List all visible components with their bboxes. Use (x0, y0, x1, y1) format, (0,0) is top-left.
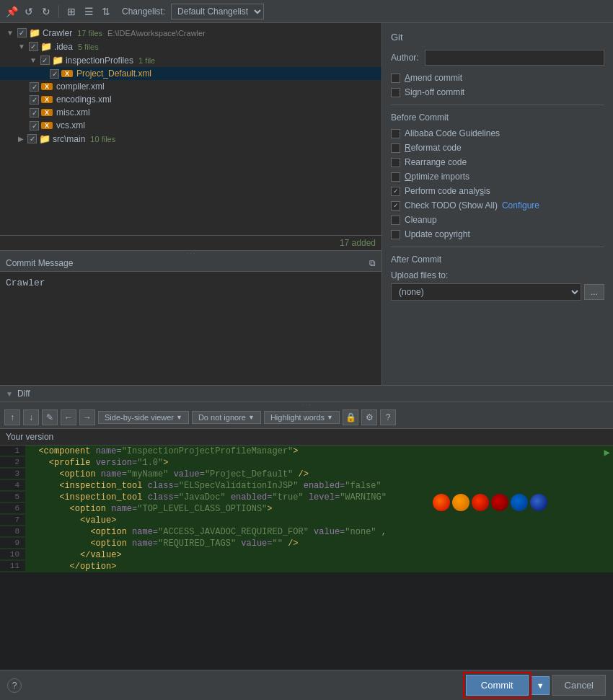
changelist-select[interactable]: Default Changelist (171, 4, 264, 19)
chevron-down-icon: ▼ (176, 414, 182, 421)
git-title: Git (391, 32, 604, 43)
folder-icon: 📁 (40, 41, 52, 52)
browser-icons-overlay (433, 494, 547, 511)
code-area[interactable]: Your version 1 <component name="Inspecti… (0, 429, 613, 670)
highlight-label: Highlight words (270, 413, 325, 422)
cleanup-checkbox[interactable] (391, 216, 400, 225)
diff-header: ▼ Diff (0, 386, 613, 402)
collapse-icon[interactable]: ⇅ (99, 4, 113, 19)
settings-icon[interactable]: ⚙ (361, 409, 377, 425)
item-count: 10 files (90, 135, 115, 143)
scroll-up-icon[interactable]: ↑ (4, 409, 20, 425)
copy-icon[interactable]: ⧉ (369, 258, 376, 268)
list-item[interactable]: ▶ 📁 src\main 10 files (0, 132, 382, 146)
browse-button[interactable]: ... (584, 284, 604, 300)
expand-arrow[interactable]: ▶ (18, 135, 24, 143)
line-number: 11 (0, 561, 25, 571)
refresh-icon[interactable]: ↻ (39, 4, 53, 19)
copyright-row[interactable]: Update copyright (391, 229, 604, 239)
help-icon[interactable]: ? (380, 409, 396, 425)
expand-arrow[interactable]: ▼ (6, 29, 14, 37)
list-item[interactable]: X encodings.xml (0, 93, 382, 106)
checkbox-compiler[interactable] (30, 82, 39, 92)
cleanup-row[interactable]: Cleanup (391, 215, 604, 225)
configure-link[interactable]: Configure (502, 200, 539, 211)
author-input[interactable] (425, 50, 604, 66)
chevron-down-icon: ▼ (327, 414, 333, 421)
back-icon[interactable]: ← (61, 409, 76, 425)
todo-checkbox[interactable] (391, 201, 400, 211)
optimize-checkbox[interactable] (391, 172, 400, 182)
commit-dropdown-button[interactable]: ▼ (532, 676, 550, 695)
line-content: </option> (25, 561, 613, 572)
alibaba-row[interactable]: Alibaba Code Guidelines (391, 128, 604, 138)
code-analysis-row[interactable]: Perform code analysis (391, 186, 604, 196)
list-item[interactable]: ▼ 📁 Crawler 17 files E:\IDEA\workspace\C… (0, 26, 382, 40)
list-item[interactable]: ▼ 📁 .idea 5 files (0, 40, 382, 53)
nav-arrow: ▶ (604, 446, 610, 458)
rearrange-checkbox[interactable] (391, 158, 400, 167)
changelist-label: Changelist: (122, 6, 165, 17)
list-item[interactable]: X compiler.xml (0, 80, 382, 93)
viewer-btn[interactable]: Side-by-side viewer ▼ (98, 411, 189, 424)
checkbox-srcmain[interactable] (27, 134, 37, 143)
checkbox-crawler[interactable] (17, 28, 27, 37)
edit-icon[interactable]: ✎ (42, 409, 58, 425)
rearrange-label: Rearrange code (405, 157, 467, 167)
list-item[interactable]: ▼ 📁 inspectionProfiles 1 file (0, 53, 382, 67)
commit-button[interactable]: Commit (466, 675, 529, 696)
item-count: 1 file (138, 56, 155, 65)
expand-arrow[interactable]: ▼ (30, 56, 37, 64)
checkbox-misc[interactable] (30, 108, 39, 118)
forward-icon[interactable]: → (79, 409, 95, 425)
code-analysis-label: Perform code analysis (405, 186, 490, 196)
signoff-commit-row[interactable]: Sign-off commit (391, 87, 604, 97)
reformat-checkbox[interactable] (391, 143, 400, 153)
copyright-checkbox[interactable] (391, 230, 400, 239)
amend-checkbox[interactable] (391, 74, 400, 83)
help-button[interactable]: ? (7, 678, 22, 693)
undo-icon[interactable]: ↺ (22, 4, 36, 19)
checkbox-idea[interactable] (29, 42, 38, 51)
alibaba-checkbox[interactable] (391, 129, 400, 138)
line-number: 5 (0, 492, 25, 502)
reformat-row[interactable]: Reformat code (391, 143, 604, 153)
amend-commit-row[interactable]: Amend commit (391, 73, 604, 83)
file-tree: ▼ 📁 Crawler 17 files E:\IDEA\workspace\C… (0, 23, 382, 236)
xml-badge: X (41, 96, 53, 103)
list-item[interactable]: X Project_Default.xml (0, 67, 382, 80)
divider-1 (391, 105, 604, 105)
todo-row[interactable]: Check TODO (Show All) Configure (391, 200, 604, 211)
diff-toolbar: ↑ ↓ ✎ ← → Side-by-side viewer ▼ Do not i… (0, 407, 613, 429)
optimize-row[interactable]: Optimize imports (391, 172, 604, 182)
checkbox-encodings[interactable] (30, 95, 39, 105)
diff-expand-arrow[interactable]: ▼ (6, 390, 13, 398)
cancel-button[interactable]: Cancel (552, 675, 606, 696)
separator-1 (58, 5, 59, 18)
checkbox-project-default[interactable] (50, 69, 59, 79)
pin-icon[interactable]: 📌 (4, 4, 19, 19)
group-icon[interactable]: ⊞ (64, 4, 79, 19)
list-item[interactable]: X vcs.xml (0, 119, 382, 132)
checkbox-vcs[interactable] (30, 121, 39, 130)
code-analysis-checkbox[interactable] (391, 187, 400, 196)
xml-badge: X (41, 83, 53, 90)
expand-arrow[interactable]: ▼ (18, 43, 25, 50)
ie-icon (511, 494, 528, 511)
alibaba-label: Alibaba Code Guidelines (405, 128, 500, 138)
expand-icon[interactable]: ☰ (81, 4, 96, 19)
highlight-btn[interactable]: Highlight words ▼ (264, 411, 340, 424)
viewer-label: Side-by-side viewer (105, 413, 174, 422)
signoff-checkbox[interactable] (391, 88, 400, 97)
scroll-down-icon[interactable]: ↓ (23, 409, 39, 425)
commit-message-input[interactable]: Crawler (0, 272, 382, 385)
upload-select[interactable]: (none) (391, 283, 581, 301)
diff-section: ▼ Diff · · · ↑ ↓ ✎ ← → Side-by-side view… (0, 385, 613, 670)
lock-icon[interactable]: 🔒 (343, 409, 358, 425)
item-name: misc.xml (56, 107, 90, 118)
rearrange-row[interactable]: Rearrange code (391, 157, 604, 167)
checkbox-inspection[interactable] (40, 56, 50, 65)
list-item[interactable]: X misc.xml (0, 106, 382, 119)
amend-label: Amend commit (405, 73, 462, 83)
ignore-btn[interactable]: Do not ignore ▼ (192, 411, 261, 424)
